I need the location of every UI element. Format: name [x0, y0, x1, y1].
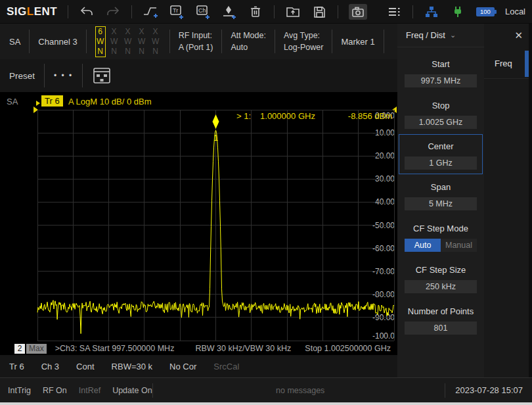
- delete-icon[interactable]: [248, 4, 263, 20]
- panel-title-dropdown[interactable]: Freq / Dist ⌄: [397, 24, 484, 47]
- datetime-readout: 2023-07-28 15:07: [455, 378, 523, 402]
- file-open-icon[interactable]: [285, 4, 301, 20]
- svg-text:Tr: Tr: [173, 7, 178, 14]
- toolbar: SIGLENT Tr Ch: [0, 0, 532, 24]
- marker-frequency-readout: 1.000000 GHz: [260, 111, 315, 121]
- panel-item-label: Number of Points: [397, 306, 484, 318]
- avg-type-field[interactable]: Avg Type: Log-Power: [284, 31, 323, 52]
- panel-item-label: Span: [397, 181, 484, 193]
- trace-matrix[interactable]: 6WNXWNXWNXWNXWN: [95, 26, 161, 57]
- window-edge: [0, 402, 532, 405]
- panel-item-span[interactable]: Span5 MHz: [397, 174, 484, 216]
- trace-matrix-active-column[interactable]: 6WN: [95, 26, 106, 57]
- panel-item-stop[interactable]: Stop1.0025 GHz: [397, 93, 484, 134]
- panel-item-label: Stop: [397, 100, 484, 112]
- marker-button[interactable]: Marker 1: [341, 37, 374, 47]
- layout-icon[interactable]: [92, 66, 112, 85]
- battery-icon: 100: [476, 7, 495, 16]
- rbw-vbw-readout: RBW 30 kHz/VBW 30 kHz: [195, 344, 291, 353]
- panel-item-value[interactable]: 1.0025 GHz: [405, 116, 477, 129]
- trace-mode-badge[interactable]: Max: [26, 344, 47, 354]
- status-rf-on: RF On: [43, 386, 67, 395]
- bottom-tab-rbw-30-k[interactable]: RBW=30 k: [112, 362, 153, 371]
- trace-matrix-cell: 6: [98, 27, 102, 37]
- add-marker-icon[interactable]: [221, 4, 237, 20]
- panel-item-center[interactable]: Center1 GHz: [399, 134, 483, 174]
- network-icon[interactable]: [424, 4, 439, 20]
- att-mode-field[interactable]: Att Mode: Auto: [231, 31, 266, 52]
- marker-amplitude-readout: -8.856 dBm: [348, 111, 392, 121]
- rf-input-field[interactable]: RF Input: A (Port 1): [179, 31, 213, 52]
- panel-item-label: Start: [397, 59, 484, 70]
- panel-item-value[interactable]: 801: [405, 322, 477, 335]
- bottom-tab-ch-3[interactable]: Ch 3: [41, 362, 59, 371]
- trace-matrix-cell: W: [110, 37, 118, 47]
- trace-matrix-cell: X: [139, 27, 144, 37]
- add-limit-line-icon[interactable]: [143, 4, 158, 20]
- toolbar-status-cluster: 100 Local: [386, 4, 525, 20]
- marker-diamond-icon[interactable]: [213, 114, 219, 129]
- bottom-tab-tr-6[interactable]: Tr 6: [9, 362, 24, 371]
- more-options-icon[interactable]: • • •: [54, 71, 73, 80]
- redo-icon[interactable]: [105, 4, 121, 20]
- divider: [82, 64, 83, 87]
- toolbar-separator: [68, 5, 68, 18]
- avg-type-label: Avg Type:: [284, 31, 323, 40]
- preset-bar: Preset • • •: [0, 59, 397, 92]
- status-bar: IntTrigRF OnIntRefUpdate On no messages …: [0, 377, 532, 402]
- rf-input-label: RF Input:: [179, 31, 213, 40]
- local-mode-label[interactable]: Local: [505, 7, 525, 16]
- toolbar-separator: [274, 5, 275, 18]
- toolbar-separator: [412, 5, 413, 18]
- plot-mode-tab[interactable]: SA: [7, 97, 18, 107]
- undo-icon[interactable]: [79, 4, 95, 20]
- panel-item-number-of-points[interactable]: Number of Points801: [397, 298, 484, 340]
- trace-matrix-cell: X: [125, 27, 131, 37]
- toolbar-separator: [338, 5, 338, 18]
- marker-number-readout: > 1:: [236, 111, 251, 121]
- add-channel-icon[interactable]: Ch: [195, 4, 211, 20]
- panel-item-cf-step-size[interactable]: CF Step Size250 kHz: [397, 257, 484, 298]
- panel-item-value[interactable]: 250 kHz: [405, 280, 477, 293]
- save-icon[interactable]: [311, 4, 327, 20]
- trace-matrix-cell: N: [111, 47, 117, 57]
- preset-button[interactable]: Preset: [9, 71, 35, 81]
- panel-item-cf-step-mode[interactable]: CF Step ModeAutoManual: [397, 216, 484, 257]
- tab-freq-label: Freq: [495, 49, 512, 79]
- bottom-tab-cont[interactable]: Cont: [76, 362, 94, 371]
- toggle-option-manual[interactable]: Manual: [441, 239, 477, 252]
- bottom-tab-srccal[interactable]: SrcCal: [213, 362, 239, 371]
- panel-title: Freq / Dist: [406, 30, 445, 40]
- power-plug-icon[interactable]: [450, 4, 466, 20]
- panel-item-value[interactable]: 5 MHz: [405, 197, 477, 210]
- screenshot-icon[interactable]: [349, 4, 367, 20]
- tab-freq[interactable]: Freq: [484, 49, 532, 79]
- trace-matrix-column[interactable]: XWN: [109, 27, 120, 57]
- panel-item-value[interactable]: 997.5 MHz: [405, 74, 477, 87]
- trace-matrix-cell: W: [152, 37, 159, 47]
- panel-item-start[interactable]: Start997.5 MHz: [397, 51, 484, 93]
- menu-tab-column: ✕ Freq: [484, 24, 532, 377]
- trace-matrix-column[interactable]: XWN: [123, 27, 133, 57]
- trace-number-badge[interactable]: 2: [14, 344, 25, 354]
- trace-matrix-cell: X: [112, 27, 117, 37]
- panel-item-value[interactable]: 1 GHz: [405, 156, 477, 170]
- add-trace-icon[interactable]: Tr: [169, 4, 185, 20]
- bottom-tab-no-cor[interactable]: No Cor: [169, 362, 196, 371]
- status-intref: IntRef: [79, 386, 100, 395]
- toggle-option-auto[interactable]: Auto: [405, 239, 441, 252]
- att-mode-label: Att Mode:: [231, 31, 266, 40]
- panel-item-label: Center: [399, 141, 482, 153]
- channel-label[interactable]: Channel 3: [38, 37, 77, 47]
- divider: [384, 30, 384, 53]
- trace-matrix-cell: W: [124, 37, 131, 47]
- trace-matrix-cell: X: [153, 27, 158, 37]
- divider: [169, 30, 170, 53]
- menu-icon[interactable]: [386, 4, 402, 20]
- divider: [86, 30, 87, 53]
- trace-badge[interactable]: Tr 6: [41, 95, 63, 107]
- trace-matrix-column[interactable]: XWN: [137, 27, 147, 57]
- mode-label[interactable]: SA: [9, 37, 20, 47]
- close-icon[interactable]: ✕: [514, 29, 523, 42]
- trace-matrix-column[interactable]: XWN: [150, 27, 161, 57]
